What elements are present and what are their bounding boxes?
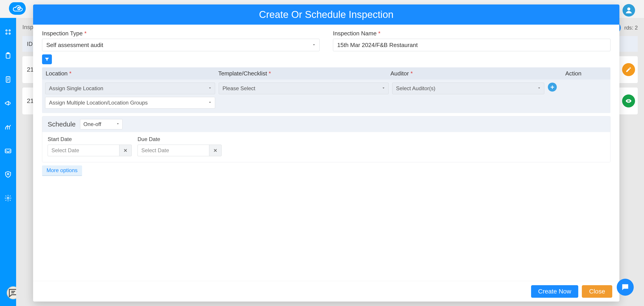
modal-footer: Create Now Close [33, 281, 620, 301]
svg-point-5 [9, 33, 10, 34]
svg-point-1 [627, 8, 630, 11]
svg-point-4 [6, 33, 7, 34]
sidebar-item-apps[interactable] [3, 27, 13, 37]
sidebar-item-settings[interactable] [3, 193, 13, 203]
svg-point-2 [6, 30, 7, 31]
due-date-label: Due Date [138, 136, 222, 142]
start-date-label: Start Date [48, 136, 132, 142]
more-options-button[interactable]: More options [42, 165, 82, 176]
chevron-down-icon [312, 42, 316, 49]
svg-point-13 [7, 173, 9, 175]
grid-header: Location * Template/Checklist * Auditor … [42, 67, 610, 80]
modal-title: Create Or Schedule Inspection [33, 5, 620, 25]
auditor-select[interactable]: Select Auditor(s) [392, 83, 544, 94]
sidebar-item-inbox[interactable] [3, 146, 13, 156]
start-date-clear[interactable] [119, 145, 132, 156]
edit-row-button[interactable] [622, 63, 635, 76]
schedule-panel: Schedule One-off Start Date Select Date [42, 116, 610, 162]
schedule-label: Schedule [48, 120, 76, 128]
svg-point-14 [7, 197, 9, 199]
sidebar-item-announcement[interactable] [3, 98, 13, 108]
create-inspection-modal: Create Or Schedule Inspection Inspection… [33, 5, 620, 301]
inspection-type-select[interactable]: Self assessment audit [42, 39, 320, 51]
svg-point-3 [9, 30, 10, 31]
chevron-down-icon [381, 85, 386, 92]
schedule-type-select[interactable]: One-off [80, 119, 122, 129]
sidebar-item-document[interactable] [3, 74, 13, 85]
add-row-button[interactable]: + [548, 83, 557, 92]
due-date-clear[interactable] [209, 145, 222, 156]
chevron-down-icon [208, 100, 212, 106]
filter-button[interactable] [42, 54, 52, 64]
records-count: rds: 2 [624, 25, 638, 31]
create-now-button[interactable]: Create Now [531, 285, 578, 298]
due-date-input[interactable]: Select Date [138, 145, 209, 156]
svg-point-17 [628, 101, 629, 102]
sidebar-item-analytics[interactable] [3, 122, 13, 132]
close-button[interactable]: Close [582, 285, 612, 298]
inspection-type-value: Self assessment audit [46, 42, 103, 49]
sidebar-item-shield[interactable] [3, 169, 13, 180]
chevron-down-icon [208, 85, 212, 92]
row-id: 21 [27, 66, 34, 73]
help-chat-button[interactable] [617, 279, 634, 296]
row-id: 21 [27, 97, 34, 105]
inspection-type-label: Inspection Type * [42, 30, 320, 37]
template-select[interactable]: Please Select [219, 83, 389, 94]
brand-logo[interactable] [9, 2, 26, 15]
table-header-id: ID [27, 41, 33, 48]
chevron-down-icon [116, 121, 120, 127]
assign-multi-location-select[interactable]: Assign Multiple Location/Location Groups [45, 97, 215, 109]
sidebar [0, 18, 16, 306]
view-row-button[interactable] [622, 95, 635, 107]
col-location-label: Location [46, 70, 68, 77]
modal-body: Inspection Type * Self assessment audit … [33, 25, 620, 281]
inspection-name-input[interactable] [333, 39, 610, 51]
assign-single-location-select[interactable]: Assign Single Location [45, 83, 215, 94]
sidebar-item-clipboard[interactable] [3, 51, 13, 61]
col-auditor-label: Auditor [390, 70, 409, 77]
avatar[interactable] [622, 4, 635, 17]
col-action-label: Action [565, 70, 582, 77]
start-date-input[interactable]: Select Date [48, 145, 119, 156]
chevron-down-icon [537, 85, 541, 92]
inspection-name-label: Inspection Name * [333, 30, 610, 37]
grid-body: Assign Single Location Assign Multiple L… [42, 80, 610, 113]
col-template-label: Template/Checklist [218, 70, 267, 77]
